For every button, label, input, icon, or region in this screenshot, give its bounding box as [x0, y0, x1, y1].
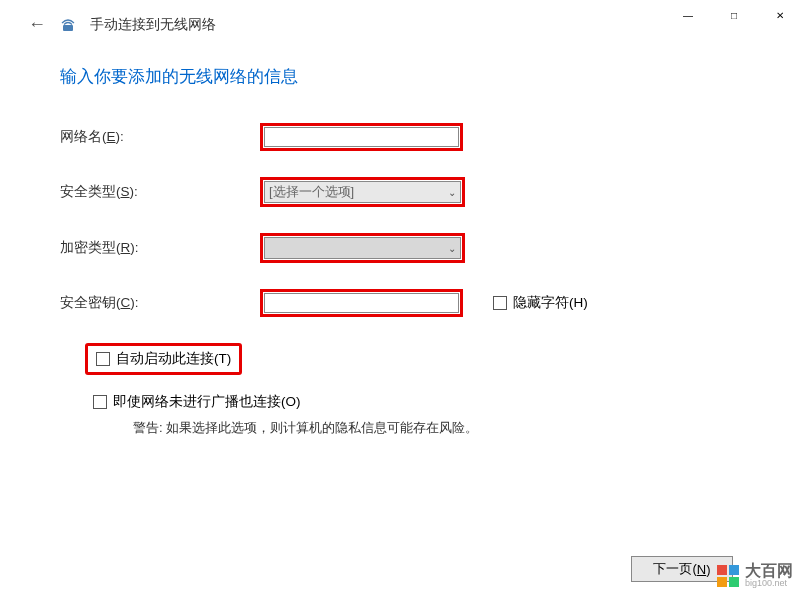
svg-rect-0 [63, 25, 73, 31]
warning-text: 警告: 如果选择此选项，则计算机的隐私信息可能存在风险。 [133, 419, 743, 437]
auto-start-checkbox[interactable] [96, 352, 110, 366]
content-area: 输入你要添加的无线网络的信息 网络名(E): 安全类型(S): [选择一个选项]… [0, 35, 803, 437]
network-name-highlight [260, 123, 463, 151]
security-key-row: 安全密钥(C): 隐藏字符(H) [60, 289, 743, 317]
encryption-type-label: 加密类型(R): [60, 239, 260, 257]
watermark-text: 大百网 big100.net [745, 563, 793, 588]
security-key-highlight [260, 289, 463, 317]
wifi-icon [58, 17, 78, 33]
back-arrow-icon[interactable]: ← [28, 14, 46, 35]
auto-start-label: 自动启动此连接(T) [116, 350, 231, 368]
security-type-select[interactable]: [选择一个选项] ⌄ [264, 181, 461, 203]
minimize-button[interactable]: — [665, 0, 711, 30]
encryption-type-highlight: ⌄ [260, 233, 465, 263]
connect-hidden-row: 即使网络未进行广播也连接(O) 警告: 如果选择此选项，则计算机的隐私信息可能存… [85, 389, 743, 437]
auto-start-row: 自动启动此连接(T) [85, 343, 743, 375]
security-type-highlight: [选择一个选项] ⌄ [260, 177, 465, 207]
titlebar: — □ ✕ [665, 0, 803, 30]
connect-hidden-label: 即使网络未进行广播也连接(O) [113, 393, 301, 411]
window-title: 手动连接到无线网络 [90, 16, 216, 34]
connect-hidden-wrap: 即使网络未进行广播也连接(O) [85, 389, 309, 415]
close-button[interactable]: ✕ [757, 0, 803, 30]
auto-start-highlight: 自动启动此连接(T) [85, 343, 242, 375]
chevron-down-icon: ⌄ [448, 187, 456, 198]
security-key-input[interactable] [264, 293, 459, 313]
network-name-label: 网络名(E): [60, 128, 260, 146]
maximize-button[interactable]: □ [711, 0, 757, 30]
watermark-logo-icon [717, 565, 739, 587]
security-key-label: 安全密钥(C): [60, 294, 260, 312]
hide-chars-label: 隐藏字符(H) [513, 294, 588, 312]
network-name-row: 网络名(E): [60, 123, 743, 151]
hide-chars-wrap[interactable]: 隐藏字符(H) [493, 294, 588, 312]
hide-chars-checkbox[interactable] [493, 296, 507, 310]
main-heading: 输入你要添加的无线网络的信息 [60, 65, 743, 88]
security-type-row: 安全类型(S): [选择一个选项] ⌄ [60, 177, 743, 207]
watermark: 大百网 big100.net [717, 563, 793, 588]
chevron-down-icon: ⌄ [448, 243, 456, 254]
encryption-type-select: ⌄ [264, 237, 461, 259]
encryption-type-row: 加密类型(R): ⌄ [60, 233, 743, 263]
connect-hidden-checkbox[interactable] [93, 395, 107, 409]
network-name-input[interactable] [264, 127, 459, 147]
security-type-label: 安全类型(S): [60, 183, 260, 201]
